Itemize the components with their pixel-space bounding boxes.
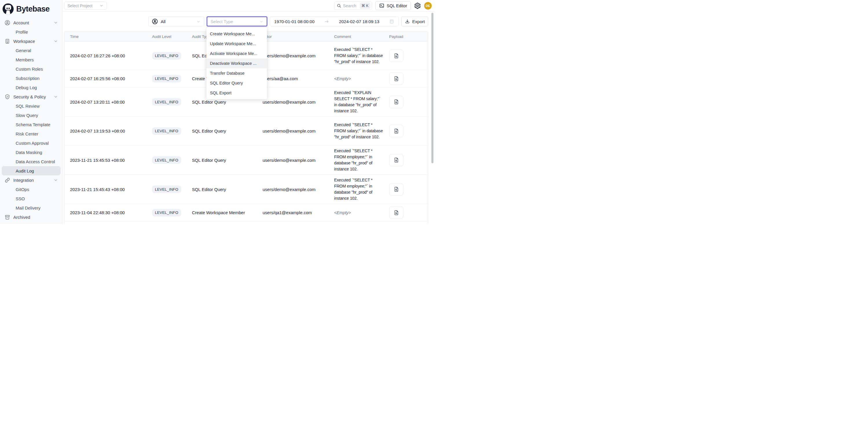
date-to[interactable]: 2024-02-07 18:09:13 bbox=[339, 19, 379, 24]
sidebar-item-data-access-control[interactable]: Data Access Control bbox=[2, 157, 61, 166]
sidebar-item-workspace[interactable]: Workspace bbox=[2, 36, 61, 46]
cell-audit-type: Create Workspace Member bbox=[186, 204, 257, 221]
cell-audit-type: SQL Editor Query bbox=[186, 175, 257, 204]
table-row: 2023-11-04 21:26:34 +08:00 LEVEL_INFO SQ… bbox=[65, 221, 428, 224]
dropdown-item-update-workspace-member[interactable]: Update Workspace Me... bbox=[207, 39, 267, 49]
sidebar-item-slow-query[interactable]: Slow Query bbox=[2, 110, 61, 120]
cell-actor: users/demo@example.com bbox=[257, 42, 329, 70]
sidebar-item-subscription[interactable]: Subscription bbox=[2, 73, 61, 83]
payload-view-button[interactable] bbox=[389, 50, 403, 62]
dropdown-item-activate-workspace-member[interactable]: Activate Workspace Me... bbox=[207, 49, 267, 59]
cell-comment: Executed `"SELECT * FROM employee;"` in … bbox=[329, 146, 383, 175]
sidebar-item-gitops[interactable]: GitOps bbox=[2, 185, 61, 194]
chevron-down-icon bbox=[54, 95, 58, 99]
dropdown-item-create-workspace-member[interactable]: Create Workspace Me... bbox=[207, 29, 267, 39]
sidebar-item-custom-roles[interactable]: Custom Roles bbox=[2, 64, 61, 73]
content: All Select Type 1970-01-01 08:00:00 bbox=[63, 11, 434, 224]
sidebar-item-profile[interactable]: Profile bbox=[2, 27, 61, 36]
dropdown-item-deactivate-workspace-member[interactable]: Deactivate Workspace ... bbox=[207, 59, 267, 68]
sidebar-item-integration[interactable]: Integration bbox=[2, 175, 61, 185]
payload-view-button[interactable] bbox=[389, 72, 403, 85]
cell-audit-type: SQL Editor Query bbox=[186, 146, 257, 175]
payload-view-button[interactable] bbox=[389, 154, 403, 166]
sql-editor-label: SQL Editor bbox=[387, 3, 407, 8]
sidebar-item-audit-log[interactable]: Audit Log bbox=[2, 166, 61, 175]
sidebar-item-sql-review[interactable]: SQL Review bbox=[2, 101, 61, 110]
sidebar-item-risk-center[interactable]: Risk Center bbox=[2, 129, 61, 138]
topbar: Select Project ⌘ K SQL Editor bbox=[63, 0, 434, 11]
payload-view-button[interactable] bbox=[389, 206, 403, 219]
gear-icon[interactable] bbox=[414, 2, 421, 9]
sidebar-item-label: Risk Center bbox=[16, 131, 38, 136]
archive-box-icon bbox=[4, 214, 10, 220]
cell-actor: users/demo@example.com bbox=[257, 87, 329, 117]
building-icon bbox=[4, 38, 10, 44]
search-box[interactable]: ⌘ K bbox=[334, 1, 372, 10]
date-range-picker[interactable]: 1970-01-01 08:00:00 2024-02-07 18:09:13 bbox=[270, 17, 399, 26]
sidebar-item-custom-approval[interactable]: Custom Approval bbox=[2, 138, 61, 148]
avatar[interactable]: DE bbox=[424, 2, 432, 9]
cell-time: 2024-02-07 13:20:11 +08:00 bbox=[65, 87, 147, 117]
payload-view-button[interactable] bbox=[389, 125, 403, 137]
sidebar-item-label: Members bbox=[16, 57, 34, 62]
sidebar-item-archived[interactable]: Archived bbox=[2, 213, 61, 222]
sidebar-item-label: Custom Roles bbox=[16, 67, 43, 71]
sidebar-item-debug-log[interactable]: Debug Log bbox=[2, 83, 61, 92]
payload-view-button[interactable] bbox=[389, 96, 403, 108]
sidebar-item-label: SQL Review bbox=[16, 104, 40, 108]
scrollbar-thumb[interactable] bbox=[431, 13, 433, 163]
cell-comment: <Empty> bbox=[329, 70, 383, 87]
cell-comment: Executed `"SELECT * FROM salary;"` in da… bbox=[329, 42, 383, 70]
cell-time: 2023-11-04 22:48:30 +08:00 bbox=[65, 204, 147, 221]
project-select-label: Select Project bbox=[67, 3, 92, 8]
sidebar-item-label: SSO bbox=[16, 196, 25, 201]
dropdown-item-sql-editor-query[interactable]: SQL Editor Query bbox=[207, 78, 267, 88]
search-input[interactable] bbox=[343, 3, 358, 8]
sidebar-item-label: Mail Delivery bbox=[16, 205, 40, 211]
cell-comment: <Empty> bbox=[329, 204, 383, 221]
chevron-down-icon bbox=[54, 39, 58, 43]
sidebar-item-label: Debug Log bbox=[16, 85, 37, 90]
cell-audit-type: SQL Editor Query bbox=[186, 221, 257, 224]
sidebar-item-account[interactable]: Account bbox=[2, 18, 61, 27]
sidebar-item-label: Audit Log bbox=[16, 168, 34, 173]
cell-actor: users/demo@example.com bbox=[257, 221, 329, 224]
sql-editor-button[interactable]: SQL Editor bbox=[375, 1, 411, 10]
export-button[interactable]: Export bbox=[401, 17, 428, 26]
audit-level-badge: LEVEL_INFO bbox=[152, 186, 181, 193]
chevron-down-icon bbox=[259, 20, 264, 24]
sidebar-item-sso[interactable]: SSO bbox=[2, 194, 61, 203]
sidebar-item-security-policy[interactable]: Security & Policy bbox=[2, 92, 61, 101]
main-area: Select Project ⌘ K SQL Editor bbox=[63, 0, 434, 224]
sidebar-nav: Account Profile Workspace General Member… bbox=[0, 17, 62, 222]
chevron-down-icon bbox=[196, 20, 200, 24]
project-select[interactable]: Select Project bbox=[64, 2, 107, 9]
brand-logo[interactable]: Bytebase bbox=[0, 0, 62, 17]
audit-level-badge: LEVEL_INFO bbox=[152, 98, 181, 106]
col-header-time: Time bbox=[65, 32, 147, 42]
cell-time: 2024-02-07 16:25:56 +08:00 bbox=[65, 70, 147, 87]
sidebar-item-schema-template[interactable]: Schema Template bbox=[2, 120, 61, 129]
sidebar-item-general[interactable]: General bbox=[2, 46, 61, 55]
cell-audit-type: SQL Editor Query bbox=[186, 117, 257, 146]
sidebar-item-label: Data Masking bbox=[16, 150, 42, 155]
bytebase-logo-icon bbox=[2, 3, 14, 15]
sidebar-item-label: GitOps bbox=[16, 187, 29, 192]
type-filter-select[interactable]: Select Type bbox=[207, 17, 267, 26]
sidebar-item-members[interactable]: Members bbox=[2, 55, 61, 64]
date-from[interactable]: 1970-01-01 08:00:00 bbox=[274, 19, 314, 24]
payload-view-button[interactable] bbox=[389, 183, 403, 196]
cell-time: 2023-11-21 15:45:43 +08:00 bbox=[65, 175, 147, 204]
cell-comment: Executed `"SELECT * FROM salary;"` in da… bbox=[329, 117, 383, 146]
col-header-comment: Comment bbox=[329, 32, 383, 42]
chevron-down-icon bbox=[54, 21, 58, 25]
sidebar-item-label: Slow Query bbox=[16, 113, 38, 118]
actor-filter-select[interactable]: All bbox=[148, 17, 204, 26]
sidebar-item-data-masking[interactable]: Data Masking bbox=[2, 148, 61, 157]
cell-comment: Executed `"EXPLAIN SELECT * FROM salary;… bbox=[329, 87, 383, 117]
dropdown-item-transfer-database[interactable]: Transfer Database bbox=[207, 68, 267, 78]
sidebar-item-label: Custom Approval bbox=[16, 141, 49, 146]
dropdown-item-sql-export[interactable]: SQL Export bbox=[207, 88, 267, 98]
sidebar-item-mail-delivery[interactable]: Mail Delivery bbox=[2, 203, 61, 213]
col-header-actor: Actor bbox=[257, 32, 329, 42]
